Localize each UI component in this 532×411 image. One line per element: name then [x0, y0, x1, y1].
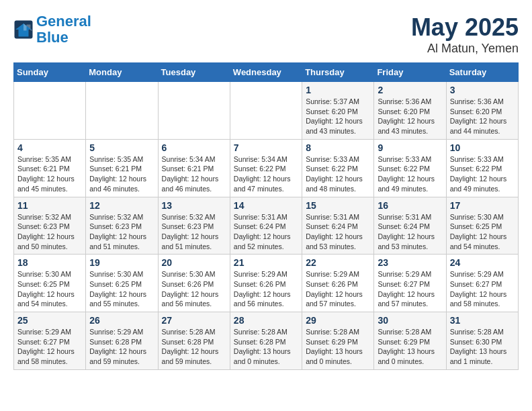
day-info: Sunrise: 5:36 AM Sunset: 6:20 PM Dayligh…	[378, 97, 442, 136]
day-number: 31	[450, 315, 515, 326]
day-info: Sunrise: 5:37 AM Sunset: 6:20 PM Dayligh…	[306, 97, 370, 136]
calendar-cell	[14, 82, 86, 140]
calendar-cell: 6Sunrise: 5:34 AM Sunset: 6:21 PM Daylig…	[158, 139, 230, 197]
calendar-cell: 15Sunrise: 5:31 AM Sunset: 6:24 PM Dayli…	[302, 197, 374, 255]
calendar-cell: 9Sunrise: 5:33 AM Sunset: 6:22 PM Daylig…	[374, 139, 446, 197]
calendar-cell: 14Sunrise: 5:31 AM Sunset: 6:24 PM Dayli…	[230, 197, 302, 255]
calendar-cell: 24Sunrise: 5:29 AM Sunset: 6:27 PM Dayli…	[446, 255, 518, 312]
day-number: 28	[234, 315, 298, 326]
day-number: 5	[89, 142, 154, 153]
logo: General Blue	[13, 13, 91, 46]
day-info: Sunrise: 5:30 AM Sunset: 6:25 PM Dayligh…	[17, 269, 82, 309]
day-info: Sunrise: 5:33 AM Sunset: 6:22 PM Dayligh…	[450, 154, 515, 194]
weekday-header-row: SundayMondayTuesdayWednesdayThursdayFrid…	[14, 63, 519, 82]
day-number: 6	[162, 142, 226, 153]
calendar-cell: 29Sunrise: 5:28 AM Sunset: 6:29 PM Dayli…	[302, 312, 374, 370]
day-info: Sunrise: 5:28 AM Sunset: 6:28 PM Dayligh…	[234, 327, 298, 367]
weekday-header: Wednesday	[230, 63, 302, 82]
weekday-header: Tuesday	[158, 63, 230, 82]
calendar-cell: 18Sunrise: 5:30 AM Sunset: 6:25 PM Dayli…	[14, 255, 86, 312]
day-info: Sunrise: 5:36 AM Sunset: 6:20 PM Dayligh…	[450, 97, 515, 136]
weekday-header: Thursday	[302, 63, 374, 82]
calendar-cell: 11Sunrise: 5:32 AM Sunset: 6:23 PM Dayli…	[14, 197, 86, 255]
day-info: Sunrise: 5:31 AM Sunset: 6:24 PM Dayligh…	[306, 212, 370, 252]
day-number: 21	[234, 257, 298, 268]
calendar-cell: 25Sunrise: 5:29 AM Sunset: 6:27 PM Dayli…	[14, 312, 86, 370]
calendar-cell	[158, 82, 230, 140]
calendar-week-row: 11Sunrise: 5:32 AM Sunset: 6:23 PM Dayli…	[14, 197, 519, 255]
calendar-cell: 7Sunrise: 5:34 AM Sunset: 6:22 PM Daylig…	[230, 139, 302, 197]
day-number: 2	[378, 85, 442, 95]
calendar-week-row: 4Sunrise: 5:35 AM Sunset: 6:21 PM Daylig…	[14, 139, 519, 197]
calendar-cell: 2Sunrise: 5:36 AM Sunset: 6:20 PM Daylig…	[374, 82, 446, 140]
day-number: 3	[450, 85, 515, 95]
day-info: Sunrise: 5:29 AM Sunset: 6:26 PM Dayligh…	[306, 269, 370, 309]
calendar-cell: 8Sunrise: 5:33 AM Sunset: 6:22 PM Daylig…	[302, 139, 374, 197]
day-info: Sunrise: 5:28 AM Sunset: 6:30 PM Dayligh…	[450, 327, 515, 367]
calendar-cell: 10Sunrise: 5:33 AM Sunset: 6:22 PM Dayli…	[446, 139, 518, 197]
day-info: Sunrise: 5:29 AM Sunset: 6:28 PM Dayligh…	[89, 327, 154, 367]
day-number: 24	[450, 257, 515, 268]
day-info: Sunrise: 5:34 AM Sunset: 6:22 PM Dayligh…	[234, 154, 298, 194]
day-info: Sunrise: 5:33 AM Sunset: 6:22 PM Dayligh…	[306, 154, 370, 194]
day-info: Sunrise: 5:35 AM Sunset: 6:21 PM Dayligh…	[89, 154, 154, 194]
day-info: Sunrise: 5:28 AM Sunset: 6:28 PM Dayligh…	[162, 327, 226, 367]
day-number: 22	[306, 257, 370, 268]
day-info: Sunrise: 5:33 AM Sunset: 6:22 PM Dayligh…	[378, 154, 442, 194]
calendar-cell: 5Sunrise: 5:35 AM Sunset: 6:21 PM Daylig…	[86, 139, 158, 197]
calendar-week-row: 25Sunrise: 5:29 AM Sunset: 6:27 PM Dayli…	[14, 312, 519, 370]
day-info: Sunrise: 5:32 AM Sunset: 6:23 PM Dayligh…	[17, 212, 82, 252]
calendar-week-row: 1Sunrise: 5:37 AM Sunset: 6:20 PM Daylig…	[14, 82, 519, 140]
day-info: Sunrise: 5:28 AM Sunset: 6:29 PM Dayligh…	[378, 327, 442, 367]
calendar-table: SundayMondayTuesdayWednesdayThursdayFrid…	[13, 62, 519, 370]
calendar-cell: 12Sunrise: 5:32 AM Sunset: 6:23 PM Dayli…	[86, 197, 158, 255]
day-info: Sunrise: 5:29 AM Sunset: 6:27 PM Dayligh…	[17, 327, 82, 367]
calendar-cell: 20Sunrise: 5:30 AM Sunset: 6:26 PM Dayli…	[158, 255, 230, 312]
day-info: Sunrise: 5:32 AM Sunset: 6:23 PM Dayligh…	[162, 212, 226, 252]
day-number: 4	[17, 142, 82, 153]
day-info: Sunrise: 5:35 AM Sunset: 6:21 PM Dayligh…	[17, 154, 82, 194]
day-number: 11	[17, 200, 82, 211]
calendar-cell	[230, 82, 302, 140]
day-number: 15	[306, 200, 370, 211]
day-info: Sunrise: 5:29 AM Sunset: 6:26 PM Dayligh…	[234, 269, 298, 309]
calendar-cell: 19Sunrise: 5:30 AM Sunset: 6:25 PM Dayli…	[86, 255, 158, 312]
day-number: 29	[306, 315, 370, 326]
day-number: 1	[306, 85, 370, 95]
day-info: Sunrise: 5:31 AM Sunset: 6:24 PM Dayligh…	[234, 212, 298, 252]
day-info: Sunrise: 5:30 AM Sunset: 6:25 PM Dayligh…	[89, 269, 154, 309]
day-number: 17	[450, 200, 515, 211]
day-number: 23	[378, 257, 442, 268]
day-number: 12	[89, 200, 154, 211]
calendar-title: May 2025	[411, 13, 519, 42]
day-number: 9	[378, 142, 442, 153]
day-info: Sunrise: 5:34 AM Sunset: 6:21 PM Dayligh…	[162, 154, 226, 194]
calendar-cell: 17Sunrise: 5:30 AM Sunset: 6:25 PM Dayli…	[446, 197, 518, 255]
weekday-header: Friday	[374, 63, 446, 82]
calendar-cell: 16Sunrise: 5:31 AM Sunset: 6:24 PM Dayli…	[374, 197, 446, 255]
day-info: Sunrise: 5:29 AM Sunset: 6:27 PM Dayligh…	[378, 269, 442, 309]
weekday-header: Monday	[86, 63, 158, 82]
calendar-cell: 30Sunrise: 5:28 AM Sunset: 6:29 PM Dayli…	[374, 312, 446, 370]
day-number: 10	[450, 142, 515, 153]
calendar-cell: 23Sunrise: 5:29 AM Sunset: 6:27 PM Dayli…	[374, 255, 446, 312]
day-number: 26	[89, 315, 154, 326]
calendar-cell: 4Sunrise: 5:35 AM Sunset: 6:21 PM Daylig…	[14, 139, 86, 197]
calendar-cell: 1Sunrise: 5:37 AM Sunset: 6:20 PM Daylig…	[302, 82, 374, 140]
calendar-cell: 31Sunrise: 5:28 AM Sunset: 6:30 PM Dayli…	[446, 312, 518, 370]
day-number: 25	[17, 315, 82, 326]
day-info: Sunrise: 5:32 AM Sunset: 6:23 PM Dayligh…	[89, 212, 154, 252]
logo-icon	[13, 19, 34, 40]
calendar-cell: 27Sunrise: 5:28 AM Sunset: 6:28 PM Dayli…	[158, 312, 230, 370]
day-number: 16	[378, 200, 442, 211]
logo-text: General Blue	[36, 13, 91, 46]
day-info: Sunrise: 5:31 AM Sunset: 6:24 PM Dayligh…	[378, 212, 442, 252]
day-number: 27	[162, 315, 226, 326]
calendar-cell: 13Sunrise: 5:32 AM Sunset: 6:23 PM Dayli…	[158, 197, 230, 255]
calendar-cell: 21Sunrise: 5:29 AM Sunset: 6:26 PM Dayli…	[230, 255, 302, 312]
day-number: 14	[234, 200, 298, 211]
day-number: 8	[306, 142, 370, 153]
day-number: 19	[89, 257, 154, 268]
calendar-cell: 3Sunrise: 5:36 AM Sunset: 6:20 PM Daylig…	[446, 82, 518, 140]
day-info: Sunrise: 5:30 AM Sunset: 6:26 PM Dayligh…	[162, 269, 226, 309]
